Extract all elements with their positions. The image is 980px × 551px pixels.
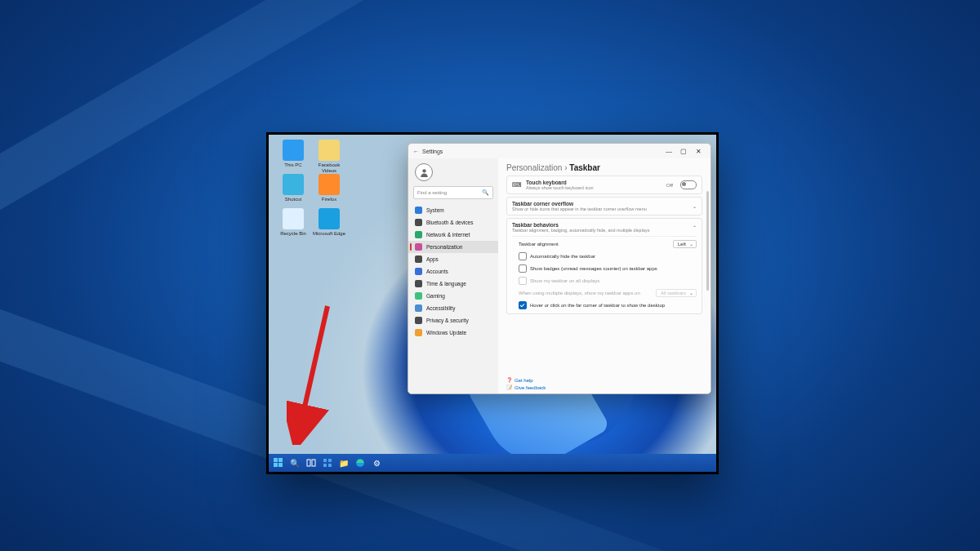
window-title: Settings: [422, 149, 443, 154]
option-label: When using multiple displays, show my ta…: [519, 291, 653, 295]
search-button[interactable]: 🔍: [288, 456, 301, 469]
icon-label: Facebook Videos: [311, 162, 347, 173]
nav-item-time-language[interactable]: Time & language: [408, 278, 498, 290]
nav-item-network-internet[interactable]: Network & internet: [408, 229, 498, 241]
svg-rect-10: [323, 464, 327, 467]
nav-label: Gaming: [426, 293, 445, 299]
nav-item-bluetooth-devices[interactable]: Bluetooth & devices: [408, 216, 498, 229]
option-label: Automatically hide the taskbar: [530, 254, 595, 259]
multi-display-row: When using multiple displays, show my ta…: [512, 288, 697, 298]
corner-overflow-card[interactable]: Taskbar corner overflow Show or hide ico…: [506, 197, 702, 216]
desktop-icon-shotcut[interactable]: Shotcut: [275, 174, 311, 202]
nav-item-privacy-security[interactable]: Privacy & security: [408, 314, 498, 327]
edge-button[interactable]: [354, 456, 367, 469]
nav-item-apps[interactable]: Apps: [408, 253, 498, 265]
chevron-down-icon: ⌄: [693, 203, 697, 209]
bg-ray: [0, 0, 87, 280]
nav-icon: [415, 243, 422, 251]
give-feedback-link[interactable]: 📝Give feedback: [506, 384, 702, 390]
search-icon: 🔍: [482, 189, 489, 196]
icon-label: Microsoft Edge: [311, 231, 347, 237]
task-view-button[interactable]: [305, 456, 318, 469]
file-explorer-button[interactable]: 📁: [337, 456, 350, 469]
icon-label: Shotcut: [275, 197, 311, 202]
touch-keyboard-card[interactable]: ⌨ Touch keyboard Always show touch keybo…: [506, 176, 702, 194]
breadcrumb-current: Taskbar: [569, 163, 600, 172]
nav-item-accounts[interactable]: Accounts: [408, 265, 498, 278]
nav-label: Accounts: [426, 269, 448, 274]
auto-hide-row[interactable]: Automatically hide the taskbar: [512, 251, 697, 261]
get-help-link[interactable]: ❓Get help: [506, 377, 702, 383]
svg-rect-4: [274, 463, 278, 467]
hover-corner-row[interactable]: Hover or click on the far corner of task…: [512, 300, 697, 310]
nav-label: Accessibility: [426, 305, 455, 311]
svg-rect-7: [312, 460, 315, 466]
keyboard-icon: ⌨: [512, 181, 522, 189]
widgets-button[interactable]: [321, 456, 334, 469]
settings-button[interactable]: ⚙: [370, 456, 383, 469]
option-label: Taskbar alignment: [519, 242, 559, 247]
back-button[interactable]: ←: [413, 149, 419, 154]
nav-icon: [415, 256, 422, 263]
nav-label: Time & language: [426, 281, 466, 287]
icon-label: Recycle Bin: [275, 231, 311, 237]
minimize-button[interactable]: ―: [662, 145, 676, 157]
multi-display-dropdown: All taskbars: [656, 289, 697, 297]
nav-label: System: [426, 207, 444, 213]
nav-label: Personalization: [426, 244, 462, 250]
checkbox[interactable]: [519, 252, 527, 260]
settings-nav-list: SystemBluetooth & devicesNetwork & inter…: [408, 204, 498, 339]
nav-item-system[interactable]: System: [408, 204, 498, 216]
taskbar-alignment-row: Taskbar alignment Left: [512, 239, 697, 249]
breadcrumb-parent[interactable]: Personalization: [506, 163, 562, 172]
taskbar: 🔍 📁 ⚙: [269, 454, 716, 472]
settings-window: ← Settings ― ▢ ✕ Find a setting 🔍: [408, 143, 711, 394]
nav-item-gaming[interactable]: Gaming: [408, 290, 498, 302]
card-title: Taskbar corner overflow: [512, 201, 647, 207]
icon-label: This PC: [275, 162, 311, 168]
nav-item-personalization[interactable]: Personalization: [408, 241, 498, 253]
search-placeholder: Find a setting: [417, 190, 447, 195]
checkbox[interactable]: [519, 264, 527, 273]
content-scrollbar[interactable]: [706, 191, 709, 372]
avatar: [415, 163, 433, 181]
desktop-icon-recycle-bin[interactable]: Recycle Bin: [275, 208, 311, 237]
nav-icon: [415, 280, 422, 287]
start-button[interactable]: [272, 456, 285, 469]
nav-item-accessibility[interactable]: Accessibility: [408, 302, 498, 314]
card-title: Taskbar behaviors: [512, 222, 649, 228]
svg-rect-2: [274, 458, 278, 462]
svg-rect-8: [323, 459, 327, 462]
nav-label: Apps: [426, 256, 439, 262]
checkbox-checked[interactable]: [519, 301, 527, 309]
chevron-up-icon[interactable]: ⌃: [693, 224, 697, 230]
svg-point-1: [422, 169, 425, 172]
desktop-icon-firefox[interactable]: Firefox: [311, 174, 347, 202]
all-displays-row: Show my taskbar on all displays: [512, 276, 697, 286]
close-button[interactable]: ✕: [691, 145, 706, 157]
nav-icon: [415, 268, 422, 275]
bg-ray: [0, 267, 306, 551]
svg-rect-5: [278, 463, 283, 467]
touch-keyboard-toggle[interactable]: [680, 180, 697, 189]
show-badges-row[interactable]: Show badges (unread messages counter) on…: [512, 264, 697, 273]
desktop-icon-this-pc[interactable]: This PC: [275, 140, 311, 168]
nav-icon: [415, 219, 422, 226]
scrollbar-thumb[interactable]: [706, 191, 709, 291]
icon-label: Firefox: [311, 197, 347, 202]
nav-label: Windows Update: [426, 330, 466, 335]
nav-icon: [415, 207, 422, 214]
svg-rect-3: [278, 458, 283, 462]
desktop-icon-facebook-videos[interactable]: Facebook Videos: [311, 140, 347, 173]
nav-item-windows-update[interactable]: Windows Update: [408, 327, 498, 339]
search-input[interactable]: Find a setting 🔍: [413, 186, 493, 199]
window-titlebar[interactable]: ← Settings ― ▢ ✕: [408, 144, 710, 158]
maximize-button[interactable]: ▢: [676, 145, 691, 157]
nav-icon: [415, 329, 422, 336]
taskbar-alignment-dropdown[interactable]: Left: [673, 240, 697, 248]
nav-icon: [415, 304, 422, 312]
desktop-icon-microsoft-edge[interactable]: Microsoft Edge: [311, 208, 347, 237]
feedback-icon: 📝: [506, 384, 512, 390]
user-account-row[interactable]: [408, 162, 498, 186]
card-subtitle: Taskbar alignment, badging, automaticall…: [512, 228, 649, 233]
